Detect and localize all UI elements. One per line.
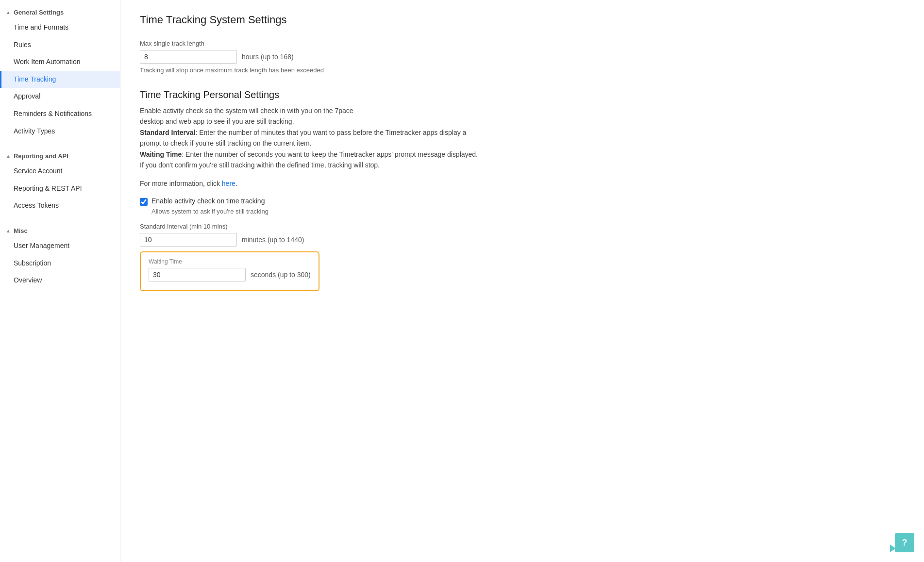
chevron-icon: ▲ <box>6 228 11 233</box>
personal-settings-description: Enable activity check so the system will… <box>140 105 480 170</box>
enable-activity-check-checkbox[interactable] <box>140 198 148 206</box>
standard-interval-field-label: Standard interval (min 10 mins) <box>140 223 905 230</box>
sidebar-item-overview[interactable]: Overview <box>0 272 120 289</box>
standard-interval-label-bold: Standard Interval <box>140 129 195 136</box>
sidebar-item-time-tracking[interactable]: Time Tracking <box>0 71 120 88</box>
max-track-label: Max single track length <box>140 40 905 47</box>
checkbox-hint: Allows system to ask if you're still tra… <box>151 208 905 215</box>
sidebar-item-approval[interactable]: Approval <box>0 88 120 105</box>
system-settings-title: Time Tracking System Settings <box>140 14 905 26</box>
sidebar-misc-header[interactable]: ▲ Misc <box>0 222 120 237</box>
sidebar-item-time-and-formats[interactable]: Time and Formats <box>0 19 120 36</box>
sidebar-reporting-api-header[interactable]: ▲ Reporting and API <box>0 148 120 163</box>
sidebar-divider <box>0 140 120 148</box>
sidebar-item-subscription[interactable]: Subscription <box>0 255 120 272</box>
sidebar-general-settings-header[interactable]: ▲ General Settings <box>0 4 120 19</box>
sidebar-item-service-account[interactable]: Service Account <box>0 163 120 180</box>
standard-interval-suffix: minutes (up to 1440) <box>242 236 304 244</box>
personal-settings-title: Time Tracking Personal Settings <box>140 89 905 100</box>
max-track-suffix: hours (up to 168) <box>242 53 294 61</box>
sidebar-item-reminders-notifications[interactable]: Reminders & Notifications <box>0 105 120 123</box>
standard-interval-input[interactable] <box>140 233 237 247</box>
sidebar-section-label: Reporting and API <box>14 152 68 160</box>
sidebar-section-label: Misc <box>14 227 28 234</box>
system-settings-section: Time Tracking System Settings Max single… <box>140 14 905 74</box>
max-track-hint: Tracking will stop once maximum track le… <box>140 66 905 74</box>
sidebar-divider-2 <box>0 215 120 222</box>
waiting-time-field-label: Waiting Time <box>149 258 311 265</box>
sidebar-item-activity-types[interactable]: Activity Types <box>0 123 120 140</box>
enable-activity-check-label: Enable activity check on time tracking <box>151 197 265 205</box>
sidebar-item-work-item-automation[interactable]: Work Item Automation <box>0 53 120 71</box>
sidebar-item-reporting-rest-api[interactable]: Reporting & REST API <box>0 180 120 198</box>
more-info-link[interactable]: here <box>222 180 235 187</box>
main-content: Time Tracking System Settings Max single… <box>120 0 924 562</box>
more-info-block: For more information, click here. <box>140 178 480 189</box>
enable-activity-check-row: Enable activity check on time tracking <box>140 197 905 206</box>
sidebar-item-access-tokens[interactable]: Access Tokens <box>0 197 120 215</box>
desc-line2: desktop and web app to see if you are st… <box>140 117 294 125</box>
waiting-time-input[interactable] <box>149 268 246 281</box>
waiting-time-desc: : Enter the number of seconds you want t… <box>140 150 478 169</box>
max-track-input-row: hours (up to 168) <box>140 50 905 64</box>
help-button[interactable]: ? <box>895 533 914 552</box>
max-track-input[interactable] <box>140 50 237 64</box>
personal-settings-section: Time Tracking Personal Settings Enable a… <box>140 89 905 291</box>
sidebar-item-user-management[interactable]: User Management <box>0 237 120 255</box>
chevron-icon: ▲ <box>6 153 11 159</box>
waiting-time-input-row: seconds (up to 300) <box>149 268 311 281</box>
sidebar: ▲ General Settings Time and Formats Rule… <box>0 0 120 562</box>
waiting-time-label-bold: Waiting Time <box>140 150 182 158</box>
sidebar-section-label: General Settings <box>14 9 64 16</box>
chevron-icon: ▲ <box>6 10 11 15</box>
more-info-suffix: . <box>235 180 237 187</box>
waiting-time-container: Waiting Time seconds (up to 300) <box>140 251 319 291</box>
desc-line1: Enable activity check so the system will… <box>140 107 353 115</box>
more-info-prefix: For more information, click <box>140 180 222 187</box>
waiting-time-suffix: seconds (up to 300) <box>251 271 311 279</box>
sidebar-item-rules[interactable]: Rules <box>0 36 120 54</box>
standard-interval-input-row: minutes (up to 1440) <box>140 233 905 247</box>
